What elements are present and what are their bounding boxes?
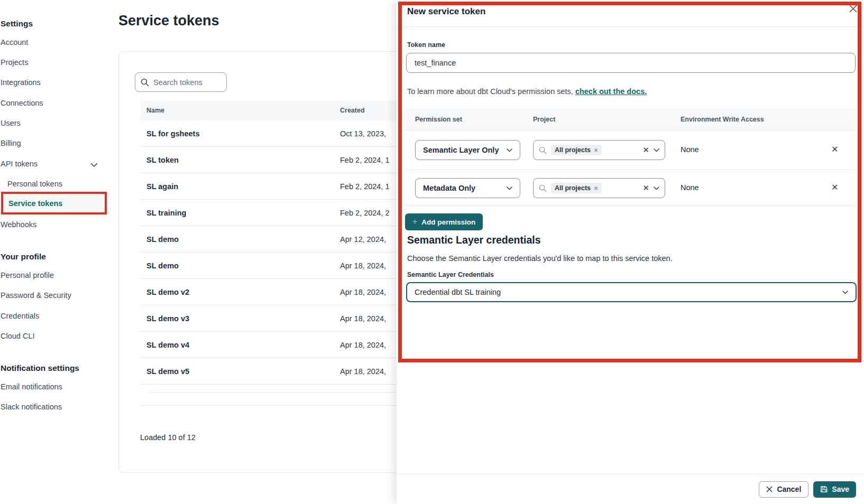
add-permission-label: Add permission	[421, 218, 475, 226]
remove-row-icon[interactable]: ✕	[831, 144, 838, 154]
token-created: Apr 18, 2024,	[340, 314, 386, 323]
sidebar-item-credentials[interactable]: Credentials	[1, 312, 39, 320]
chip-remove-icon[interactable]: ✕	[594, 185, 598, 191]
save-button[interactable]: Save	[813, 481, 856, 498]
token-name-field	[406, 53, 856, 73]
token-created: Apr 18, 2024,	[340, 288, 386, 296]
sidebar-item-connections[interactable]: Connections	[1, 99, 43, 107]
sl-credentials-description: Choose the Semantic Layer credentials yo…	[407, 254, 673, 263]
remove-row-icon[interactable]: ✕	[831, 182, 838, 192]
chevron-down-icon	[507, 186, 512, 190]
search-icon	[141, 78, 149, 87]
search-tokens-box[interactable]	[135, 72, 227, 92]
token-created: Feb 2, 2024, 2	[340, 209, 390, 217]
table-divider	[151, 392, 405, 393]
save-icon	[820, 486, 828, 493]
sidebar-heading-notification-settings: Notification settings	[1, 363, 79, 373]
token-name: SL for gsheets	[140, 129, 199, 138]
token-created: Apr 18, 2024,	[340, 341, 386, 349]
sidebar-item-personal-profile[interactable]: Personal profile	[1, 271, 54, 279]
write-access-value: None	[681, 145, 699, 154]
clear-icon[interactable]: ✕	[642, 183, 649, 193]
token-name-label: Token name	[407, 41, 445, 49]
table-row[interactable]: SL trainingFeb 2, 2024, 2	[140, 200, 411, 226]
chevron-down-icon[interactable]	[654, 186, 659, 190]
service-tokens-annotation-box: Service tokens	[1, 192, 107, 214]
sidebar-item-projects[interactable]: Projects	[1, 58, 28, 67]
docs-text: To learn more about dbt Cloud's permissi…	[407, 87, 573, 96]
plus-icon: +	[412, 217, 417, 227]
token-created: Apr 18, 2024,	[340, 262, 386, 270]
sl-credentials-label: Semantic Layer Credentials	[407, 271, 494, 278]
table-row[interactable]: SL tokenFeb 2, 2024, 1	[140, 147, 411, 173]
table-row[interactable]: SL demo v4Apr 18, 2024,	[140, 332, 411, 358]
sidebar-item-service-tokens[interactable]: Service tokens	[8, 199, 62, 208]
sidebar-item-cloud-cli[interactable]: Cloud CLI	[1, 332, 34, 340]
sidebar-item-api-tokens[interactable]: API tokens	[1, 160, 38, 168]
table-row[interactable]: SL demoApr 18, 2024,	[140, 253, 411, 279]
sidebar-item-personal-tokens[interactable]: Personal tokens	[7, 180, 62, 188]
table-row[interactable]: SL demoApr 12, 2024,	[140, 226, 411, 253]
permission-set-select[interactable]: Metadata Only	[415, 178, 520, 198]
app-window: Settings Account Projects Integrations C…	[0, 0, 864, 504]
token-created: Feb 2, 2024, 1	[340, 156, 390, 164]
chevron-down-icon	[507, 148, 512, 152]
add-permission-button[interactable]: + Add permission	[405, 213, 483, 230]
token-name: SL demo	[140, 262, 179, 270]
table-divider	[140, 405, 405, 406]
table-row[interactable]: SL demo v3Apr 18, 2024,	[140, 305, 411, 332]
chevron-down-icon	[90, 163, 98, 167]
permissions-header: Permission set Project Environment Write…	[406, 108, 856, 130]
search-input[interactable]	[153, 78, 217, 87]
write-access-value: None	[681, 183, 699, 192]
table-header: Name Created	[140, 100, 411, 120]
cancel-button[interactable]: Cancel	[759, 481, 808, 498]
token-name-input[interactable]	[415, 59, 847, 67]
sidebar-item-users[interactable]: Users	[1, 119, 21, 127]
table-row[interactable]: SL demo v2Apr 18, 2024,	[140, 279, 411, 305]
token-created: Apr 12, 2024,	[340, 235, 386, 244]
search-icon	[539, 184, 547, 192]
pagination-status: Loaded 10 of 12	[140, 433, 196, 442]
column-header-permission-set: Permission set	[415, 116, 462, 123]
sidebar-item-slack-notifications[interactable]: Slack notifications	[1, 403, 62, 411]
column-header-name: Name	[140, 107, 164, 114]
close-icon	[766, 486, 773, 492]
token-created: Feb 2, 2024, 1	[340, 182, 390, 191]
sidebar-item-password-security[interactable]: Password & Security	[1, 291, 71, 300]
settings-sidebar: Settings Account Projects Integrations C…	[0, 0, 112, 504]
project-chip: All projects✕	[551, 145, 602, 155]
token-created: Apr 18, 2024,	[340, 367, 386, 376]
permissions-table: Permission set Project Environment Write…	[406, 108, 856, 206]
docs-link[interactable]: check out the docs.	[575, 87, 647, 96]
new-service-token-drawer	[397, 0, 864, 504]
clear-icon[interactable]: ✕	[642, 145, 649, 155]
project-multiselect[interactable]: All projects✕ ✕	[533, 178, 665, 198]
token-name: SL demo	[140, 235, 179, 244]
project-multiselect[interactable]: All projects✕ ✕	[533, 140, 665, 160]
sl-credentials-value: Credential dbt SL training	[415, 288, 501, 296]
sidebar-item-billing[interactable]: Billing	[1, 139, 21, 147]
table-row[interactable]: SL for gsheetsOct 13, 2023,	[140, 120, 411, 147]
project-chip-label: All projects	[555, 146, 591, 154]
token-table: SL for gsheetsOct 13, 2023, SL tokenFeb …	[140, 120, 411, 385]
permission-set-value: Semantic Layer Only	[423, 146, 499, 154]
page-title: Service tokens	[118, 13, 219, 29]
permission-set-select[interactable]: Semantic Layer Only	[415, 140, 520, 160]
sidebar-item-label: API tokens	[1, 160, 38, 168]
chip-remove-icon[interactable]: ✕	[594, 147, 598, 153]
sidebar-item-account[interactable]: Account	[1, 38, 28, 46]
sl-credentials-select[interactable]: Credential dbt SL training	[406, 282, 857, 302]
sidebar-heading-your-profile: Your profile	[1, 252, 46, 262]
table-row[interactable]: SL demo v5Apr 18, 2024,	[140, 358, 411, 385]
close-icon[interactable]	[847, 3, 859, 14]
sidebar-item-email-notifications[interactable]: Email notifications	[1, 382, 62, 391]
project-chip-label: All projects	[555, 184, 591, 192]
token-created: Oct 13, 2023,	[340, 129, 386, 138]
table-row[interactable]: SL againFeb 2, 2024, 1	[140, 173, 411, 200]
sidebar-item-webhooks[interactable]: Webhooks	[1, 220, 36, 229]
sidebar-item-integrations[interactable]: Integrations	[1, 78, 41, 87]
chevron-down-icon[interactable]	[654, 148, 659, 152]
permission-set-value: Metadata Only	[423, 184, 475, 192]
drawer-title: New service token	[407, 6, 485, 17]
